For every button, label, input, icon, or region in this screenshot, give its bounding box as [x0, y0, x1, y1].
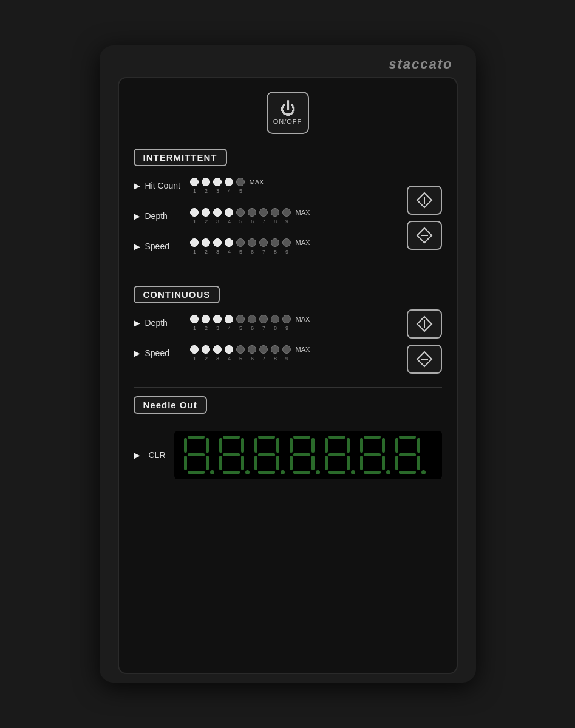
- continuous-up-button[interactable]: [407, 309, 442, 339]
- continuous-depth-label: Depth: [145, 318, 190, 328]
- clr-section: ▶ CLR: [134, 450, 166, 460]
- onoff-label: ON/OFF: [273, 118, 302, 125]
- intermittent-depth-label: Depth: [145, 211, 190, 221]
- continuous-section: CONTINUOUS ▶ Depth: [134, 282, 442, 374]
- intermittent-speed-row: ▶ Speed: [134, 233, 401, 260]
- dot-2: [202, 178, 210, 186]
- power-icon: ⏻: [280, 101, 296, 116]
- seg-digit-7: [393, 436, 424, 474]
- device-panel: staccato ⏻ ON/OFF INTERMITTENT ▶ Hit Cou…: [100, 46, 476, 682]
- needle-out-section: Needle Out: [134, 393, 442, 420]
- seg-digit-6: [358, 436, 389, 474]
- continuous-depth-row: ▶ Depth: [134, 309, 401, 336]
- seg-digit-2: [217, 436, 248, 474]
- seg-digit-5: [322, 436, 354, 474]
- needle-out-label: Needle Out: [134, 396, 207, 414]
- continuous-depth-dots: MAX 1 2 3 4 5 6 7 8 9: [190, 315, 401, 331]
- continuous-depth-arrow[interactable]: ▶: [134, 318, 140, 328]
- intermittent-speed-label: Speed: [145, 241, 190, 251]
- continuous-speed-dots: MAX 1 2 3 4 5 6 7 8 9: [190, 345, 401, 362]
- continuous-label: CONTINUOUS: [134, 286, 220, 303]
- continuous-speed-arrow[interactable]: ▶: [134, 348, 140, 358]
- seg-digit-4: [287, 436, 319, 474]
- seg-digit-3: [252, 436, 284, 474]
- dot-5: [236, 178, 245, 186]
- dot-1: [190, 178, 199, 186]
- seven-segment-display: [174, 431, 442, 479]
- hit-count-dots: MAX 1 2 3 4 5: [190, 178, 401, 194]
- clr-label: CLR: [149, 450, 166, 460]
- brand-name: staccato: [389, 56, 452, 72]
- clr-display-row: ▶ CLR: [134, 431, 442, 479]
- hit-count-row: ▶ Hit Count MAX: [134, 172, 401, 199]
- intermittent-depth-row: ▶ Depth: [134, 203, 401, 229]
- clr-arrow[interactable]: ▶: [134, 450, 140, 460]
- dot-3: [213, 178, 222, 186]
- intermittent-speed-dots: MAX 1 2 3 4 5 6 7 8 9: [190, 238, 401, 255]
- intermittent-depth-arrow[interactable]: ▶: [134, 211, 140, 221]
- seg-digit-1: [182, 436, 213, 474]
- continuous-speed-row: ▶ Speed: [134, 340, 401, 366]
- hit-count-arrow[interactable]: ▶: [134, 181, 140, 190]
- hit-count-max: MAX: [250, 178, 264, 186]
- continuous-down-button[interactable]: [407, 345, 442, 374]
- intermittent-label: INTERMITTENT: [134, 149, 227, 166]
- hit-count-label: Hit Count: [145, 181, 190, 190]
- intermittent-speed-arrow[interactable]: ▶: [134, 241, 140, 251]
- intermittent-down-button[interactable]: [407, 221, 442, 250]
- intermittent-up-button[interactable]: [407, 186, 442, 215]
- intermittent-depth-dots: MAX 1 2 3 4 5 6 7 8 9: [190, 208, 401, 224]
- continuous-speed-label: Speed: [145, 348, 190, 358]
- intermittent-section: INTERMITTENT ▶ Hit Count: [134, 145, 442, 263]
- onoff-button[interactable]: ⏻ ON/OFF: [267, 92, 309, 134]
- main-panel: ⏻ ON/OFF INTERMITTENT ▶ Hit Count: [118, 77, 458, 674]
- dot-4: [225, 178, 233, 186]
